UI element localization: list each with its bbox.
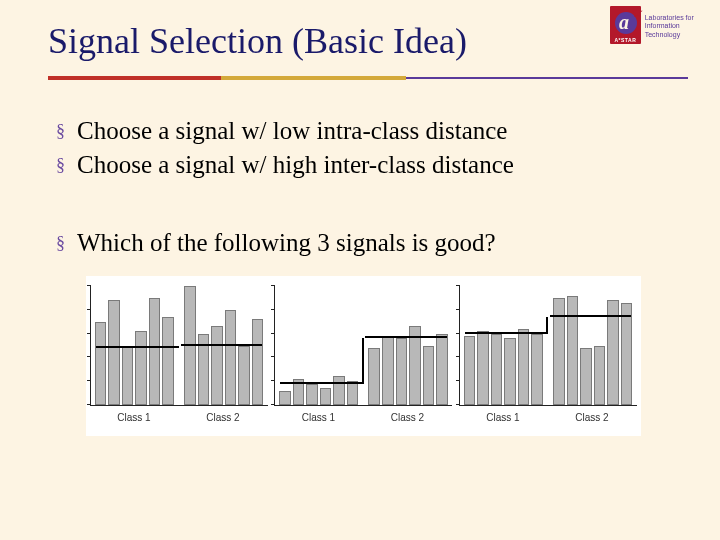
logo-text: Laboratories for Information Technology — [645, 6, 710, 39]
axis-label-class1: Class 1 — [274, 412, 363, 423]
chart-mean-line — [365, 336, 446, 338]
chart-plot — [90, 286, 268, 406]
logo-letter: a — [619, 11, 629, 34]
chart-bar — [279, 391, 291, 405]
chart-bar — [306, 384, 318, 405]
logo-text-line2: Information Technology — [645, 22, 710, 39]
chart-panel: Class 1Class 2 — [274, 286, 452, 432]
chart-bar — [211, 326, 223, 405]
chart-mean-join — [546, 317, 548, 334]
chart-bar — [162, 317, 174, 405]
chart-plot — [459, 286, 637, 406]
chart-bar — [122, 346, 134, 406]
chart-bar — [382, 336, 394, 405]
axis-label-class1: Class 1 — [459, 412, 548, 423]
logo-badge: a ★ A*STAR — [610, 6, 641, 44]
axis-label-class2: Class 2 — [548, 412, 637, 423]
bullet-icon: § — [56, 116, 65, 146]
bullet-text: Which of the following 3 signals is good… — [77, 228, 496, 258]
chart-bar — [504, 338, 516, 405]
chart-bar — [464, 336, 476, 405]
chart-bar — [184, 286, 196, 405]
org-logo: a ★ A*STAR Laboratories for Information … — [610, 6, 710, 56]
bullet-item: § Choose a signal w/ high inter-class di… — [56, 150, 670, 180]
chart-bar — [225, 310, 237, 405]
chart-panel: Class 1Class 2 — [459, 286, 637, 432]
chart-bar — [135, 331, 147, 405]
axis-label-class2: Class 2 — [179, 412, 268, 423]
bullet-icon: § — [56, 228, 65, 258]
chart-mean-line — [181, 344, 262, 346]
chart-bar — [108, 300, 120, 405]
chart-bar — [580, 348, 592, 405]
chart-mean-line — [280, 382, 361, 384]
bullet-text: Choose a signal w/ high inter-class dist… — [77, 150, 514, 180]
chart-bar — [621, 303, 633, 405]
chart-bar — [95, 322, 107, 405]
chart-axis-labels: Class 1Class 2 — [90, 412, 268, 423]
bullet-text: Choose a signal w/ low intra-class dista… — [77, 116, 507, 146]
chart-bar — [436, 334, 448, 405]
divider-rule — [48, 76, 688, 80]
chart-bar — [238, 346, 250, 406]
chart-mean-line — [465, 332, 546, 334]
logo-astar: A*STAR — [610, 37, 641, 43]
chart-mean-join — [177, 346, 179, 348]
chart-axis-labels: Class 1Class 2 — [459, 412, 637, 423]
chart-bar — [368, 348, 380, 405]
chart-bar — [594, 346, 606, 406]
bullet-item: § Which of the following 3 signals is go… — [56, 228, 670, 258]
logo-text-line1: Laboratories for — [645, 14, 710, 22]
chart-bar — [347, 381, 359, 405]
axis-label-class1: Class 1 — [90, 412, 179, 423]
chart-mean-line — [550, 315, 631, 317]
chart-plot — [274, 286, 452, 406]
chart-bar — [320, 388, 332, 405]
chart-mean-join — [362, 338, 364, 383]
star-icon: ★ — [631, 4, 644, 21]
chart-panel: Class 1Class 2 — [90, 286, 268, 432]
chart-bar — [477, 331, 489, 405]
chart-bar — [567, 296, 579, 405]
chart-bar — [252, 319, 264, 405]
bullet-item: § Choose a signal w/ low intra-class dis… — [56, 116, 670, 146]
chart-axis-labels: Class 1Class 2 — [274, 412, 452, 423]
charts-panel: Class 1Class 2Class 1Class 2Class 1Class… — [86, 276, 641, 436]
chart-bar — [396, 338, 408, 405]
axis-label-class2: Class 2 — [363, 412, 452, 423]
chart-bar — [491, 334, 503, 405]
chart-bar — [531, 334, 543, 405]
chart-bar — [149, 298, 161, 405]
bullet-icon: § — [56, 150, 65, 180]
chart-mean-line — [96, 346, 177, 348]
chart-bar — [423, 346, 435, 406]
chart-bar — [518, 329, 530, 405]
